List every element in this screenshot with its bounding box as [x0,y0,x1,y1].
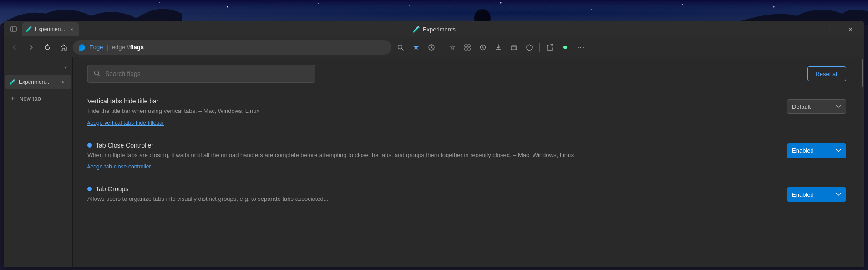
svg-point-8 [773,6,775,8]
sidebar-tab-close-button[interactable]: × [60,78,67,86]
wallet-button[interactable] [507,40,521,55]
share-button[interactable] [543,40,557,55]
maximize-button[interactable]: □ [818,21,839,37]
flag-desc-tab-close: When multiple tabs are closing, it waits… [87,151,780,160]
downloads-button[interactable] [491,40,506,55]
flag-select-vertical-tabs[interactable]: Default Enabled Disabled [787,99,846,114]
sidebar-tab-experiments-label: Experimen... [19,79,57,85]
flag-desc-tab-groups: Allows users to organize tabs into visua… [87,194,780,204]
search-flags-input[interactable] [105,70,309,77]
address-separator: | [107,44,108,51]
svg-point-7 [682,4,683,5]
svg-point-2 [227,6,228,8]
flag-title-tab-groups: Tab Groups [96,185,128,193]
tab-experiments-label: Experimen... [35,26,65,32]
new-tab-label: New tab [19,95,41,102]
flag-indicator-tab-groups [87,187,92,191]
reset-all-button[interactable]: Reset all [807,66,846,81]
experiments-tab[interactable]: 🧪 Experimen... × [22,22,79,36]
flag-control-vertical-tabs[interactable]: Default Enabled Disabled [787,99,846,114]
flag-desc-vertical-tabs: Hide the title bar when using vertical t… [87,107,780,116]
flag-content-vertical-tabs: Vertical tabs hide title bar Hide the ti… [87,97,780,127]
flag-title-row-1: Vertical tabs hide title bar [87,97,780,105]
toolbar-sep-2 [539,43,540,52]
flag-content-tab-groups: Tab Groups Allows users to organize tabs… [87,185,780,204]
minimize-button[interactable]: — [796,21,817,37]
favorites-bar-button[interactable]: ☆ [445,40,459,55]
zoom-button[interactable] [393,40,408,55]
svg-point-4 [409,5,410,6]
flag-title-row-2: Tab Close Controller [87,142,780,149]
flag-item-tab-groups: Tab Groups Allows users to organize tabs… [87,178,846,205]
flags-header: Reset all [73,57,861,90]
window-title-area: 🧪 Experiments [412,25,456,33]
browser-window: 🧪 Experimen... × 🧪 Experiments — □ ✕ [4,21,864,267]
close-button[interactable]: ✕ [840,21,861,37]
flag-link-vertical-tabs[interactable]: #edge-vertical-tabs-hide-titlebar [87,120,164,126]
svg-rect-21 [511,46,517,50]
sidebar-collapse-button[interactable]: ‹ [63,63,69,72]
refresh-button[interactable] [40,40,55,55]
title-experiments-icon: 🧪 [412,25,420,33]
flag-indicator-tab-close [87,143,92,148]
favorites-button[interactable]: ★ [409,40,423,55]
url-prefix: edge:// [112,44,130,51]
address-url-display: edge://flags [112,44,144,51]
flags-content-area[interactable]: Reset all Vertical tabs hide title bar H… [73,57,861,267]
svg-line-24 [98,74,100,76]
svg-point-5 [500,2,502,4]
flag-select-tab-close[interactable]: Enabled Default Disabled [787,143,846,158]
flag-item-vertical-tabs-hide-titlebar: Vertical tabs hide title bar Hide the ti… [87,90,846,134]
flag-select-tab-groups[interactable]: Enabled Default Disabled [787,187,846,202]
back-button[interactable] [7,40,22,55]
toolbar-right-buttons: ★ ☆ [393,40,588,55]
toolbar: Edge | edge://flags ★ ☆ [4,37,864,57]
plus-icon: + [9,95,16,102]
flag-control-tab-close[interactable]: Enabled Default Disabled [787,143,846,158]
more-button[interactable]: ··· [574,40,588,55]
svg-rect-19 [468,48,470,50]
address-brand-label: Edge [89,44,103,51]
scrollbar-thumb[interactable] [862,59,863,87]
vertical-sidebar: ‹ 🧪 Experimen... × + New tab [4,57,73,267]
svg-rect-17 [468,45,470,47]
search-icon [93,70,101,78]
home-button[interactable] [56,40,71,55]
svg-point-6 [591,9,592,10]
svg-point-1 [159,2,160,3]
window-title: Experiments [423,26,456,33]
sidebar-toggle-icon[interactable] [7,23,20,36]
address-bar[interactable]: Edge | edge://flags [73,40,391,55]
svg-line-14 [402,48,404,50]
collections-button[interactable] [460,40,475,55]
svg-point-3 [318,3,319,4]
flag-title-row-3: Tab Groups [87,185,780,193]
browser-essentials-button[interactable] [424,40,439,55]
svg-rect-11 [11,27,16,31]
flag-title-vertical-tabs: Vertical tabs hide title bar [87,97,158,105]
flag-control-tab-groups[interactable]: Enabled Default Disabled [787,187,846,202]
tab-strip: 🧪 Experimen... × [7,22,79,36]
title-bar: 🧪 Experimen... × 🧪 Experiments — □ ✕ [4,21,864,37]
main-area: ‹ 🧪 Experimen... × + New tab [4,57,864,267]
svg-point-22 [515,47,516,48]
profile-button[interactable]: ● [558,40,573,55]
sidebar-tab-experiments-icon: 🧪 [9,79,16,85]
url-path: flags [130,44,144,51]
search-flags-bar[interactable] [87,65,315,83]
flag-link-tab-close[interactable]: #edge-tab-close-controller [87,163,151,170]
toolbar-sep-1 [442,43,442,52]
svg-rect-16 [465,45,467,47]
svg-point-0 [91,4,91,5]
sidebar-header: ‹ [4,61,72,74]
close-tab-button[interactable]: × [68,25,75,33]
forward-button[interactable] [24,40,38,55]
flag-content-tab-close: Tab Close Controller When multiple tabs … [87,142,780,171]
right-scrollbar[interactable] [861,57,864,267]
sidebar-tab-experiments[interactable]: 🧪 Experimen... × [5,75,71,89]
adblock-button[interactable] [522,40,537,55]
new-tab-button[interactable]: + New tab [5,91,71,106]
history-button[interactable] [476,40,490,55]
flags-list: Vertical tabs hide title bar Hide the ti… [73,90,861,220]
window-controls: — □ ✕ [796,21,861,37]
